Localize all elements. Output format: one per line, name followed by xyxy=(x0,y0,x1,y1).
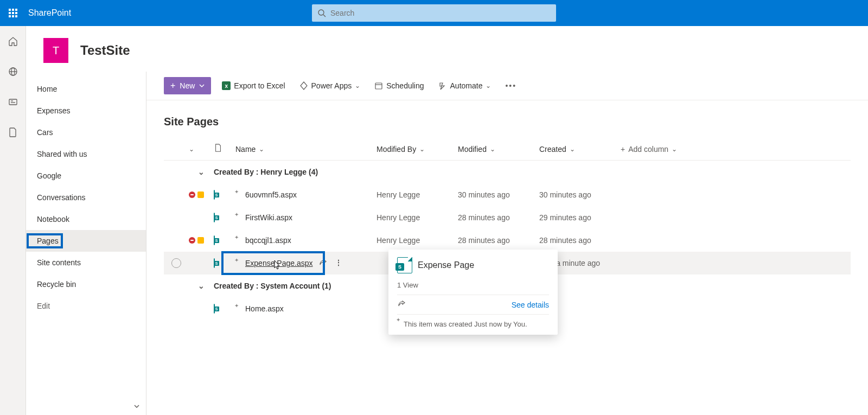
search-icon xyxy=(317,9,326,17)
suite-header: SharePoint xyxy=(0,0,868,26)
powerapps-label: Power Apps xyxy=(311,81,352,90)
svg-rect-5 xyxy=(9,99,17,105)
new-indicator-icon: ✦ xyxy=(234,303,239,309)
filetype-column-icon[interactable] xyxy=(214,144,235,154)
modified-by-cell: Henry Legge xyxy=(376,190,458,199)
file-link[interactable]: Home.aspx xyxy=(245,304,284,313)
modified-by-cell: Henry Legge xyxy=(376,236,458,245)
column-modified-by[interactable]: Modified By ⌄ xyxy=(376,145,458,154)
see-details-link[interactable]: See details xyxy=(512,301,549,309)
automate-label: Automate xyxy=(450,81,483,90)
excel-icon: x xyxy=(222,81,231,90)
new-button[interactable]: + New xyxy=(164,77,211,94)
command-bar: + New x Export to Excel Power Apps ⌄ xyxy=(146,72,868,100)
new-indicator-icon: ✦ xyxy=(234,189,239,195)
sidebar-item-label: Shared with us xyxy=(37,150,87,158)
automate-button[interactable]: Automate ⌄ xyxy=(435,79,495,92)
hover-card-title: Expense Page xyxy=(418,260,474,270)
filetype-icon: S xyxy=(214,236,235,245)
filetype-icon: S xyxy=(214,304,235,313)
shell: T TestSite HomeExpensesCarsShared with u… xyxy=(0,26,868,415)
created-cell: 29 minutes ago xyxy=(539,213,621,222)
more-actions-icon[interactable]: ⋮ xyxy=(335,258,342,269)
column-headers: ⌄ Name ⌄ Modified By ⌄ Modified ⌄ Create… xyxy=(164,138,851,161)
row-selector[interactable] xyxy=(171,258,181,268)
sidebar-item-label: Notebook xyxy=(37,215,69,224)
main-content: + New x Export to Excel Power Apps ⌄ xyxy=(146,72,868,415)
hover-card-views: 1 View xyxy=(397,281,549,289)
app-name[interactable]: SharePoint xyxy=(26,8,71,18)
select-all-toggle[interactable]: ⌄ xyxy=(189,145,214,153)
sidebar-item-label: Pages xyxy=(37,237,59,245)
group-label: Created By : Henry Legge (4) xyxy=(214,168,851,176)
export-excel-button[interactable]: x Export to Excel xyxy=(219,79,288,92)
rail-files-icon[interactable] xyxy=(2,122,24,143)
list-title: Site Pages xyxy=(146,100,868,138)
created-cell: 30 minutes ago xyxy=(539,190,621,199)
rail-home-icon[interactable] xyxy=(2,30,24,52)
sidebar-item-google[interactable]: Google xyxy=(26,165,146,187)
table-row[interactable]: S ✦FirstWiki.aspx Henry Legge 28 minutes… xyxy=(164,206,851,229)
modified-by-cell: Henry Legge xyxy=(376,213,458,222)
file-link[interactable]: bqccqjl1.aspx xyxy=(245,236,291,245)
chevron-down-icon: ⌄ xyxy=(486,82,491,90)
more-commands-button[interactable]: ••• xyxy=(502,79,520,92)
sidebar-item-home[interactable]: Home xyxy=(26,78,146,100)
file-link[interactable]: FirstWiki.aspx xyxy=(245,213,292,222)
sidebar-item-label: Home xyxy=(37,85,57,93)
sidebar-item-site-contents[interactable]: Site contents xyxy=(26,252,146,273)
modified-cell: 28 minutes ago xyxy=(458,213,539,222)
app-launcher[interactable] xyxy=(0,0,26,26)
sidebar-item-recycle-bin[interactable]: Recycle bin xyxy=(26,273,146,295)
table-row[interactable]: S ✦6uovmnf5.aspx Henry Legge 30 minutes … xyxy=(164,183,851,206)
sidebar-item-label: Recycle bin xyxy=(37,280,76,289)
scheduling-button[interactable]: Scheduling xyxy=(371,79,427,92)
column-name[interactable]: Name ⌄ xyxy=(235,145,376,154)
site-title[interactable]: TestSite xyxy=(80,43,130,58)
rail-globe-icon[interactable] xyxy=(2,61,24,82)
sidebar-item-label: Site contents xyxy=(37,258,81,267)
site-logo[interactable]: T xyxy=(43,38,68,63)
sidebar-item-label: Conversations xyxy=(37,193,86,202)
column-created[interactable]: Created ⌄ xyxy=(539,145,621,154)
table-row[interactable]: S ✦bqccqjl1.aspx Henry Legge 28 minutes … xyxy=(164,229,851,252)
status-icons xyxy=(189,237,214,244)
sidebar-item-cars[interactable]: Cars xyxy=(26,122,146,143)
sidebar-item-expenses[interactable]: Expenses xyxy=(26,100,146,122)
search-input[interactable] xyxy=(326,9,551,17)
app-rail xyxy=(0,26,26,415)
filetype-icon: S xyxy=(214,190,235,199)
page-body: T TestSite HomeExpensesCarsShared with u… xyxy=(26,26,868,415)
group-header[interactable]: ⌄Created By : Henry Legge (4) xyxy=(164,161,851,183)
sidebar-item-shared-with-us[interactable]: Shared with us xyxy=(26,143,146,165)
sidebar-item-conversations[interactable]: Conversations xyxy=(26,187,146,208)
nav-collapse-icon[interactable] xyxy=(133,403,141,412)
file-hover-card: S Expense Page 1 View See details ✦ This… xyxy=(388,250,558,335)
share-button[interactable] xyxy=(397,299,406,310)
status-icons xyxy=(189,191,214,198)
sidebar-item-edit[interactable]: Edit xyxy=(26,295,146,317)
new-indicator-icon: ✦ xyxy=(234,212,239,218)
search-container xyxy=(312,4,556,22)
chevron-down-icon: ⌄ xyxy=(355,82,360,90)
new-indicator-icon: ✦ xyxy=(396,317,400,323)
column-modified[interactable]: Modified ⌄ xyxy=(458,145,539,154)
export-label: Export to Excel xyxy=(234,81,285,90)
modified-cell: 28 minutes ago xyxy=(458,236,539,245)
add-column-button[interactable]: + Add column ⌄ xyxy=(621,145,851,154)
calendar-icon xyxy=(374,81,383,90)
file-link[interactable]: Expense Page.aspx xyxy=(245,259,313,267)
hover-card-activity: This item was created Just now by You. xyxy=(404,320,527,328)
power-apps-button[interactable]: Power Apps ⌄ xyxy=(296,79,364,92)
sidebar-item-notebook[interactable]: Notebook xyxy=(26,208,146,230)
rail-news-icon[interactable] xyxy=(2,91,24,113)
name-cell: ✦FirstWiki.aspx xyxy=(235,213,376,222)
file-link[interactable]: 6uovmnf5.aspx xyxy=(245,190,297,199)
sitepage-icon: S xyxy=(397,257,412,273)
group-collapse-icon[interactable]: ⌄ xyxy=(198,168,205,176)
sidebar-item-pages[interactable]: Pages xyxy=(26,230,146,252)
group-collapse-icon[interactable]: ⌄ xyxy=(198,282,205,290)
chevron-down-icon xyxy=(199,83,205,88)
search-box[interactable] xyxy=(312,4,556,22)
name-cell: ✦Expense Page.aspx ⋮ xyxy=(235,258,376,269)
